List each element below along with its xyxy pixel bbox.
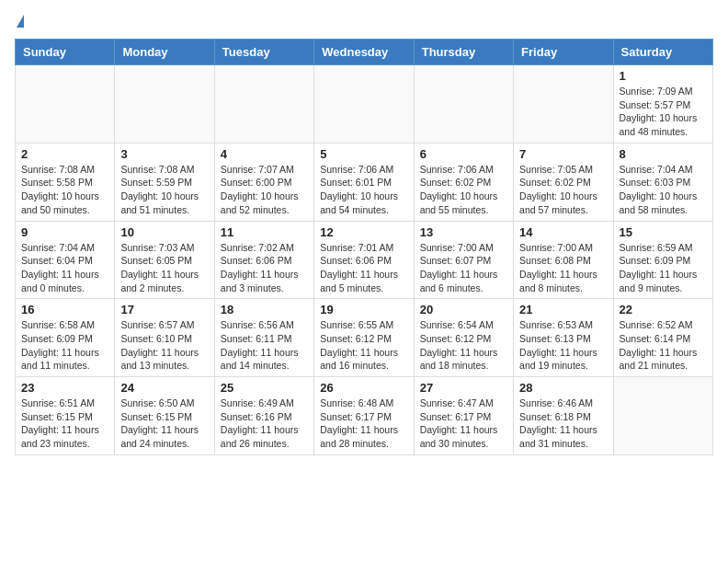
weekday-header-monday: Monday (115, 40, 214, 65)
calendar-cell-w5-d1: 23Sunrise: 6:51 AM Sunset: 6:15 PM Dayli… (16, 377, 115, 455)
day-number: 14 (519, 225, 607, 239)
day-number: 20 (420, 303, 507, 316)
day-info: Sunrise: 6:59 AM Sunset: 6:09 PM Dayligh… (620, 241, 707, 295)
calendar-cell-w5-d5: 27Sunrise: 6:47 AM Sunset: 6:17 PM Dayli… (414, 377, 513, 455)
page-header (15, 15, 713, 28)
calendar-cell-w5-d6: 28Sunrise: 6:46 AM Sunset: 6:18 PM Dayli… (514, 377, 613, 455)
day-number: 12 (320, 225, 407, 239)
day-info: Sunrise: 7:00 AM Sunset: 6:08 PM Dayligh… (519, 241, 607, 295)
day-info: Sunrise: 7:06 AM Sunset: 6:02 PM Dayligh… (420, 163, 507, 217)
day-info: Sunrise: 7:02 AM Sunset: 6:06 PM Dayligh… (221, 241, 308, 295)
logo-triangle-icon (17, 15, 24, 28)
calendar-cell-w2-d7: 8Sunrise: 7:04 AM Sunset: 6:03 PM Daylig… (613, 143, 712, 221)
week-row-3: 9Sunrise: 7:04 AM Sunset: 6:04 PM Daylig… (16, 221, 713, 299)
day-info: Sunrise: 7:01 AM Sunset: 6:06 PM Dayligh… (320, 241, 407, 295)
day-number: 24 (120, 381, 208, 395)
day-number: 16 (21, 303, 108, 316)
day-number: 25 (221, 381, 308, 395)
calendar-cell-w1-d2 (115, 65, 214, 144)
day-number: 7 (519, 147, 607, 161)
day-info: Sunrise: 6:47 AM Sunset: 6:17 PM Dayligh… (420, 396, 507, 451)
calendar-cell-w2-d3: 4Sunrise: 7:07 AM Sunset: 6:00 PM Daylig… (214, 143, 313, 221)
day-number: 21 (519, 303, 607, 316)
week-row-2: 2Sunrise: 7:08 AM Sunset: 5:58 PM Daylig… (16, 143, 713, 221)
day-number: 6 (420, 147, 507, 161)
calendar-cell-w5-d7 (613, 377, 712, 455)
day-number: 2 (21, 147, 108, 161)
day-info: Sunrise: 7:08 AM Sunset: 5:58 PM Dayligh… (21, 163, 108, 217)
day-info: Sunrise: 6:46 AM Sunset: 6:18 PM Dayligh… (519, 396, 607, 451)
day-number: 22 (620, 303, 707, 316)
calendar-cell-w4-d5: 20Sunrise: 6:54 AM Sunset: 6:12 PM Dayli… (414, 299, 513, 377)
day-number: 5 (320, 147, 407, 161)
day-number: 4 (221, 147, 308, 161)
day-info: Sunrise: 6:54 AM Sunset: 6:12 PM Dayligh… (420, 318, 507, 373)
day-info: Sunrise: 6:50 AM Sunset: 6:15 PM Dayligh… (120, 396, 208, 451)
weekday-header-saturday: Saturday (613, 40, 712, 65)
day-info: Sunrise: 6:56 AM Sunset: 6:11 PM Dayligh… (221, 318, 308, 373)
weekday-header-sunday: Sunday (16, 40, 115, 65)
calendar-table: SundayMondayTuesdayWednesdayThursdayFrid… (15, 39, 713, 455)
day-number: 26 (320, 381, 407, 395)
calendar-cell-w1-d7: 1Sunrise: 7:09 AM Sunset: 5:57 PM Daylig… (613, 65, 712, 144)
day-number: 28 (519, 381, 607, 395)
day-number: 17 (120, 303, 208, 316)
calendar-cell-w4-d1: 16Sunrise: 6:58 AM Sunset: 6:09 PM Dayli… (16, 299, 115, 377)
calendar-cell-w4-d6: 21Sunrise: 6:53 AM Sunset: 6:13 PM Dayli… (514, 299, 613, 377)
day-info: Sunrise: 7:03 AM Sunset: 6:05 PM Dayligh… (120, 241, 208, 295)
logo (15, 15, 24, 28)
day-number: 3 (120, 147, 208, 161)
day-info: Sunrise: 7:08 AM Sunset: 5:59 PM Dayligh… (120, 163, 208, 217)
day-number: 18 (221, 303, 308, 316)
calendar-cell-w4-d3: 18Sunrise: 6:56 AM Sunset: 6:11 PM Dayli… (214, 299, 313, 377)
weekday-header-tuesday: Tuesday (214, 40, 313, 65)
calendar-cell-w4-d4: 19Sunrise: 6:55 AM Sunset: 6:12 PM Dayli… (314, 299, 414, 377)
weekday-header-row: SundayMondayTuesdayWednesdayThursdayFrid… (16, 40, 713, 65)
day-info: Sunrise: 6:52 AM Sunset: 6:14 PM Dayligh… (620, 318, 707, 373)
calendar-cell-w4-d7: 22Sunrise: 6:52 AM Sunset: 6:14 PM Dayli… (613, 299, 712, 377)
day-number: 8 (620, 147, 707, 161)
calendar-cell-w5-d4: 26Sunrise: 6:48 AM Sunset: 6:17 PM Dayli… (314, 377, 414, 455)
day-info: Sunrise: 6:57 AM Sunset: 6:10 PM Dayligh… (120, 318, 208, 373)
calendar-cell-w5-d3: 25Sunrise: 6:49 AM Sunset: 6:16 PM Dayli… (214, 377, 313, 455)
calendar-cell-w3-d7: 15Sunrise: 6:59 AM Sunset: 6:09 PM Dayli… (613, 221, 712, 299)
week-row-4: 16Sunrise: 6:58 AM Sunset: 6:09 PM Dayli… (16, 299, 713, 377)
day-info: Sunrise: 6:55 AM Sunset: 6:12 PM Dayligh… (320, 318, 407, 373)
calendar-cell-w1-d3 (214, 65, 313, 144)
day-info: Sunrise: 7:05 AM Sunset: 6:02 PM Dayligh… (519, 163, 607, 217)
calendar-cell-w3-d2: 10Sunrise: 7:03 AM Sunset: 6:05 PM Dayli… (115, 221, 214, 299)
day-number: 13 (420, 225, 507, 239)
day-info: Sunrise: 6:48 AM Sunset: 6:17 PM Dayligh… (320, 396, 407, 451)
calendar-cell-w2-d5: 6Sunrise: 7:06 AM Sunset: 6:02 PM Daylig… (414, 143, 513, 221)
calendar-cell-w2-d2: 3Sunrise: 7:08 AM Sunset: 5:59 PM Daylig… (115, 143, 214, 221)
day-info: Sunrise: 7:04 AM Sunset: 6:03 PM Dayligh… (620, 163, 707, 217)
day-info: Sunrise: 7:09 AM Sunset: 5:57 PM Dayligh… (620, 85, 707, 139)
calendar-cell-w2-d4: 5Sunrise: 7:06 AM Sunset: 6:01 PM Daylig… (314, 143, 414, 221)
weekday-header-wednesday: Wednesday (314, 40, 414, 65)
calendar-cell-w1-d1 (16, 65, 115, 144)
calendar-cell-w1-d4 (314, 65, 414, 144)
calendar-cell-w3-d1: 9Sunrise: 7:04 AM Sunset: 6:04 PM Daylig… (16, 221, 115, 299)
calendar-cell-w2-d1: 2Sunrise: 7:08 AM Sunset: 5:58 PM Daylig… (16, 143, 115, 221)
calendar-cell-w2-d6: 7Sunrise: 7:05 AM Sunset: 6:02 PM Daylig… (514, 143, 613, 221)
week-row-1: 1Sunrise: 7:09 AM Sunset: 5:57 PM Daylig… (16, 65, 713, 144)
day-number: 27 (420, 381, 507, 395)
calendar-cell-w3-d4: 12Sunrise: 7:01 AM Sunset: 6:06 PM Dayli… (314, 221, 414, 299)
day-info: Sunrise: 6:51 AM Sunset: 6:15 PM Dayligh… (21, 396, 108, 451)
calendar-cell-w3-d6: 14Sunrise: 7:00 AM Sunset: 6:08 PM Dayli… (514, 221, 613, 299)
day-number: 23 (21, 381, 108, 395)
day-info: Sunrise: 7:00 AM Sunset: 6:07 PM Dayligh… (420, 241, 507, 295)
day-number: 11 (221, 225, 308, 239)
day-info: Sunrise: 6:58 AM Sunset: 6:09 PM Dayligh… (21, 318, 108, 373)
day-number: 19 (320, 303, 407, 316)
day-info: Sunrise: 7:04 AM Sunset: 6:04 PM Dayligh… (21, 241, 108, 295)
day-number: 9 (21, 225, 108, 239)
weekday-header-friday: Friday (514, 40, 613, 65)
calendar-cell-w3-d5: 13Sunrise: 7:00 AM Sunset: 6:07 PM Dayli… (414, 221, 513, 299)
day-info: Sunrise: 6:53 AM Sunset: 6:13 PM Dayligh… (519, 318, 607, 373)
calendar-cell-w1-d6 (514, 65, 613, 144)
day-info: Sunrise: 7:06 AM Sunset: 6:01 PM Dayligh… (320, 163, 407, 217)
day-number: 10 (120, 225, 208, 239)
calendar-cell-w1-d5 (414, 65, 513, 144)
day-number: 15 (620, 225, 707, 239)
